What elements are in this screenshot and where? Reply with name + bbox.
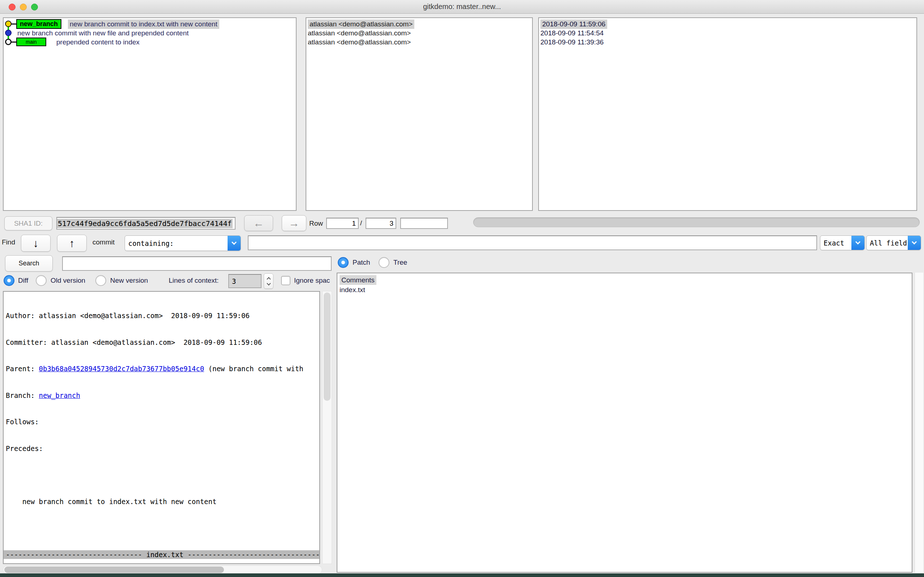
window-bottom-edge <box>0 574 924 577</box>
chevron-down-icon <box>227 236 240 251</box>
commit-row[interactable]: new_branch new branch commit to index.tx… <box>3 19 296 29</box>
new-version-radio[interactable] <box>95 275 106 286</box>
diff-committer-line: Committer: atlassian <demo@atlassian.com… <box>6 338 319 347</box>
old-version-radio[interactable] <box>36 275 47 286</box>
fields-mode-value: All fields <box>867 236 908 250</box>
date-cell[interactable]: 2018-09-09 11:59:06 <box>540 19 607 29</box>
authors-pane[interactable]: atlassian <demo@atlassian.com> atlassian… <box>306 17 533 211</box>
commit-message-line: new branch commit to index.txt with new … <box>6 497 319 506</box>
match-mode-value: Exact <box>820 236 851 250</box>
commit-row[interactable]: new branch commit with new file and prep… <box>3 29 296 37</box>
author-cell[interactable]: atlassian <demo@atlassian.com> <box>308 29 411 37</box>
history-back-button[interactable]: ← <box>244 215 273 231</box>
row-label: Row <box>309 219 323 227</box>
scrollbar-thumb[interactable] <box>324 292 331 401</box>
commit-node-icon[interactable] <box>5 21 11 27</box>
chevron-down-icon <box>851 236 864 250</box>
parent-sha-link[interactable]: 0b3b68a04528945730d2c7dab73677bb05e914c0 <box>39 365 205 372</box>
sha1-id-button[interactable]: SHA1 ID: <box>4 216 52 230</box>
date-cell[interactable]: 2018-09-09 11:54:54 <box>540 29 604 37</box>
sha1-value: 517c44f9eda9cc6fda5a5ed7d5de7fbacc74144f <box>57 219 233 228</box>
lines-of-context-stepper[interactable] <box>264 273 273 289</box>
commit-label: commit <box>92 238 114 246</box>
commit-row[interactable]: main prepended content to index <box>3 37 296 47</box>
search-button-label: Search <box>18 259 39 267</box>
row-number-input[interactable]: 1 <box>326 218 359 229</box>
commit-list-scrollbar[interactable] <box>473 218 920 227</box>
stepper-up-icon[interactable] <box>266 277 271 281</box>
find-type-value: containing: <box>125 236 227 251</box>
diff-blank-line <box>6 471 319 480</box>
new-version-radio-label: New version <box>110 277 148 285</box>
diff-radio-label: Diff <box>18 277 28 285</box>
date-cell[interactable]: 2018-09-09 11:39:36 <box>540 38 604 46</box>
patch-radio-label: Patch <box>353 258 370 266</box>
find-prev-button[interactable]: ↑ <box>57 235 87 251</box>
author-cell[interactable]: atlassian <demo@atlassian.com> <box>308 19 414 29</box>
search-input[interactable] <box>62 256 332 271</box>
row-extra-input[interactable] <box>400 218 448 229</box>
match-mode-dropdown[interactable]: Exact <box>820 235 865 250</box>
sha1-input[interactable]: 517c44f9eda9cc6fda5a5ed7d5de7fbacc74144f <box>56 217 235 230</box>
patch-radio[interactable] <box>338 257 348 268</box>
lines-of-context-value: 3 <box>229 277 236 285</box>
diff-branch-line: Branch: new_branch <box>6 391 319 400</box>
ignore-space-checkbox[interactable] <box>281 276 290 285</box>
file-list-scrollbar[interactable] <box>914 272 923 573</box>
find-next-button[interactable]: ↓ <box>21 235 51 251</box>
parent-summary: (new branch commit with <box>204 365 303 372</box>
commit-node-icon[interactable] <box>5 30 11 36</box>
parent-label: Parent: <box>6 365 39 372</box>
diff-vertical-scrollbar[interactable] <box>322 291 332 564</box>
down-arrow-icon: ↓ <box>33 238 39 249</box>
branch-link[interactable]: new_branch <box>39 392 80 399</box>
gitk-window: gitkdemo: master..new... new_branch new … <box>0 0 924 577</box>
author-cell[interactable]: atlassian <demo@atlassian.com> <box>308 38 411 46</box>
commit-summary[interactable]: new branch commit with new file and prep… <box>17 29 189 37</box>
lines-of-context-label: Lines of context: <box>169 277 219 285</box>
diff-author-line: Author: atlassian <demo@atlassian.com> 2… <box>6 311 319 320</box>
commit-summary[interactable]: prepended content to index <box>56 38 139 46</box>
history-forward-button[interactable]: → <box>282 215 306 231</box>
lines-of-context-input[interactable]: 3 <box>228 274 261 288</box>
left-arrow-icon: ← <box>253 218 264 229</box>
branch-label: Branch: <box>6 392 39 399</box>
file-list-item[interactable]: index.txt <box>340 286 365 293</box>
diff-precedes-line: Precedes: <box>6 444 319 453</box>
search-button[interactable]: Search <box>5 255 53 272</box>
find-type-dropdown[interactable]: containing: <box>125 235 241 251</box>
row-total-input[interactable]: 3 <box>366 218 396 229</box>
scrollbar-thumb[interactable] <box>4 567 224 573</box>
title-bar: gitkdemo: master..new... <box>0 0 924 14</box>
window-title: gitkdemo: master..new... <box>0 3 924 11</box>
diff-horizontal-scrollbar[interactable] <box>3 566 322 574</box>
commit-graph-pane[interactable]: new_branch new branch commit to index.tx… <box>3 17 297 211</box>
tree-radio-label: Tree <box>393 258 407 266</box>
diff-radio[interactable] <box>3 275 15 286</box>
commit-summary[interactable]: new branch commit to index.txt with new … <box>68 19 219 29</box>
row-separator: / <box>360 219 362 227</box>
diff-parent-line: Parent: 0b3b68a04528945730d2c7dab73677bb… <box>6 364 319 373</box>
commit-node-icon[interactable] <box>5 39 11 45</box>
tree-radio[interactable] <box>379 257 389 268</box>
diff-blank-line <box>6 524 319 533</box>
right-arrow-icon: → <box>289 218 300 229</box>
chevron-down-icon <box>908 236 921 250</box>
find-input[interactable] <box>248 235 817 250</box>
old-version-radio-label: Old version <box>51 277 85 285</box>
up-arrow-icon: ↑ <box>69 238 75 249</box>
stepper-down-icon[interactable] <box>266 281 271 285</box>
file-list-item[interactable]: Comments <box>340 275 376 285</box>
file-list-pane[interactable]: Comments index.txt <box>337 272 913 573</box>
ignore-space-label: Ignore spac <box>294 277 330 285</box>
diff-pane[interactable]: Author: atlassian <demo@atlassian.com> 2… <box>3 291 320 564</box>
fields-mode-dropdown[interactable]: All fields <box>866 235 921 250</box>
row-number-value: 1 <box>352 219 358 227</box>
branch-ref-label[interactable]: main <box>16 37 46 46</box>
find-label: Find <box>2 238 15 246</box>
dates-pane[interactable]: 2018-09-09 11:59:06 2018-09-09 11:54:54 … <box>538 17 917 211</box>
diff-follows-line: Follows: <box>6 417 319 426</box>
sha1-id-button-label: SHA1 ID: <box>14 219 43 227</box>
diff-file-separator[interactable]: --------------------------------- index.… <box>3 550 319 559</box>
branch-ref-label[interactable]: new_branch <box>16 19 61 29</box>
